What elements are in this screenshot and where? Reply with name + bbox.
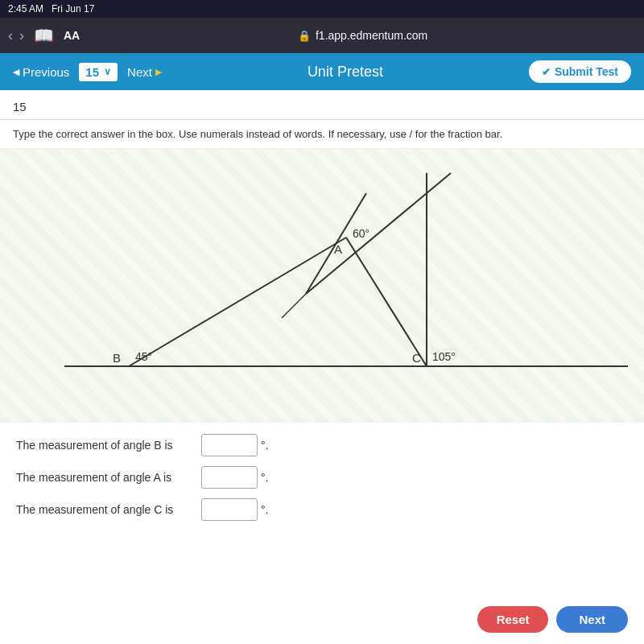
answer-row-b: The measurement of angle B is °.: [16, 434, 628, 456]
svg-text:B: B: [113, 351, 121, 365]
question-number-selector[interactable]: 15 ∨: [79, 63, 118, 81]
svg-text:A: A: [334, 242, 342, 256]
degree-symbol-a: °.: [261, 471, 269, 484]
date-display: Fri Jun 17: [52, 3, 94, 14]
question-instruction: Type the correct answer in the box. Use …: [0, 120, 644, 149]
next-button[interactable]: Next: [556, 606, 628, 633]
submit-test-button[interactable]: Submit Test: [529, 60, 631, 83]
time-display: 2:45 AM: [8, 3, 43, 14]
answer-row-a: The measurement of angle A is °.: [16, 466, 628, 489]
question-number: 15: [85, 65, 99, 79]
answer-row-c: The measurement of angle C is °.: [16, 498, 628, 521]
app-toolbar: Previous 15 ∨ Next Unit Pretest Submit T…: [0, 53, 644, 90]
next-button-toolbar[interactable]: Next: [127, 65, 162, 79]
forward-button[interactable]: ›: [19, 27, 24, 44]
reset-button[interactable]: Reset: [477, 606, 549, 633]
lock-icon: 🔒: [298, 30, 311, 42]
bottom-buttons: Reset Next: [461, 595, 644, 644]
svg-line-3: [346, 237, 427, 366]
browser-nav[interactable]: ‹ ›: [8, 27, 24, 44]
svg-text:60°: 60°: [353, 227, 369, 240]
svg-line-5: [282, 294, 306, 318]
bookmarks-icon[interactable]: 📖: [34, 26, 54, 45]
angle-a-label: The measurement of angle A is: [16, 471, 201, 484]
status-bar: 2:45 AM Fri Jun 17: [0, 0, 644, 18]
address-bar: 🔒 f1.app.edmentum.com: [89, 29, 636, 42]
angle-c-label: The measurement of angle C is: [16, 503, 201, 516]
question-header: 15: [0, 90, 644, 120]
diagram-area: 60° A B 45° C 105°: [0, 149, 644, 423]
degree-symbol-b: °.: [261, 439, 269, 452]
aa-button[interactable]: AA: [64, 29, 80, 42]
angle-b-label: The measurement of angle B is: [16, 439, 201, 452]
angle-b-input[interactable]: [201, 434, 258, 456]
question-number-label: 15: [13, 100, 27, 114]
svg-line-2: [129, 237, 346, 366]
angle-a-input[interactable]: [201, 466, 258, 489]
answer-section: The measurement of angle B is °. The mea…: [0, 423, 644, 542]
svg-text:C: C: [412, 351, 421, 365]
angle-c-input[interactable]: [201, 498, 258, 521]
url-display[interactable]: f1.app.edmentum.com: [316, 29, 427, 42]
svg-text:45°: 45°: [135, 350, 152, 363]
degree-symbol-c: °.: [261, 503, 269, 516]
geometry-diagram: 60° A B 45° C 105°: [0, 149, 644, 423]
chevron-down-icon: ∨: [104, 66, 111, 77]
previous-button[interactable]: Previous: [13, 65, 69, 79]
svg-line-4: [306, 173, 451, 294]
page-title: Unit Pretest: [171, 64, 519, 80]
back-button[interactable]: ‹: [8, 27, 13, 44]
browser-chrome: ‹ › 📖 AA 🔒 f1.app.edmentum.com: [0, 18, 644, 53]
main-content: 15 Type the correct answer in the box. U…: [0, 90, 644, 644]
svg-text:105°: 105°: [432, 350, 456, 363]
